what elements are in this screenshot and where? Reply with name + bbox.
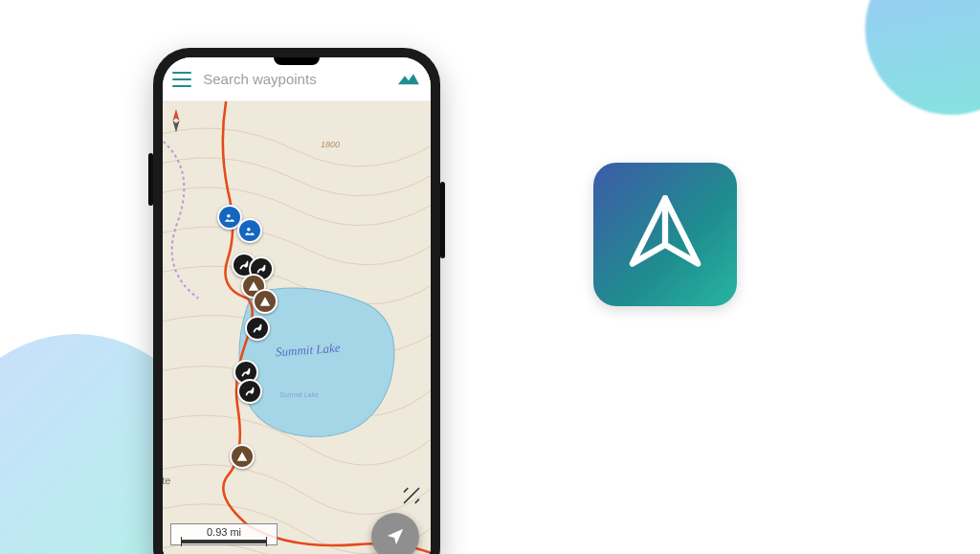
layers-icon[interactable] <box>396 71 421 88</box>
scale-label: 0.93 mi <box>207 526 241 538</box>
contour-elevation-label: 1800 <box>321 140 340 149</box>
waypoint-trail[interactable] <box>245 316 270 341</box>
compass-icon <box>167 107 185 136</box>
search-input[interactable] <box>203 71 385 87</box>
navigate-icon <box>385 526 406 547</box>
svg-point-5 <box>247 228 251 232</box>
paper-plane-icon <box>622 191 708 277</box>
waypoint-water[interactable] <box>237 218 262 243</box>
svg-marker-2 <box>172 109 179 121</box>
map-canvas[interactable]: 1800 Summit Lake Summit Lake utte 0.93 m… <box>163 101 431 554</box>
waypoint-camp[interactable] <box>253 289 278 314</box>
menu-icon[interactable] <box>172 72 191 87</box>
svg-marker-3 <box>172 121 179 132</box>
topo-background <box>163 101 431 554</box>
app-screen: 1800 Summit Lake Summit Lake utte 0.93 m… <box>163 57 431 554</box>
lake-sublabel: Summit Lake <box>279 391 319 398</box>
phone-speaker <box>274 57 320 65</box>
tools-icon[interactable] <box>402 486 421 505</box>
phone-mockup: 1800 Summit Lake Summit Lake utte 0.93 m… <box>153 48 440 554</box>
app-logo-tile <box>593 163 737 306</box>
navigate-fab[interactable] <box>371 513 419 554</box>
map-scale-bar: 0.93 mi <box>170 523 278 545</box>
waypoint-trail[interactable] <box>237 379 262 404</box>
decorative-blob-top-right <box>832 0 980 148</box>
waypoint-camp[interactable] <box>230 444 255 469</box>
map-side-label: utte <box>163 475 170 486</box>
svg-point-4 <box>227 214 231 218</box>
